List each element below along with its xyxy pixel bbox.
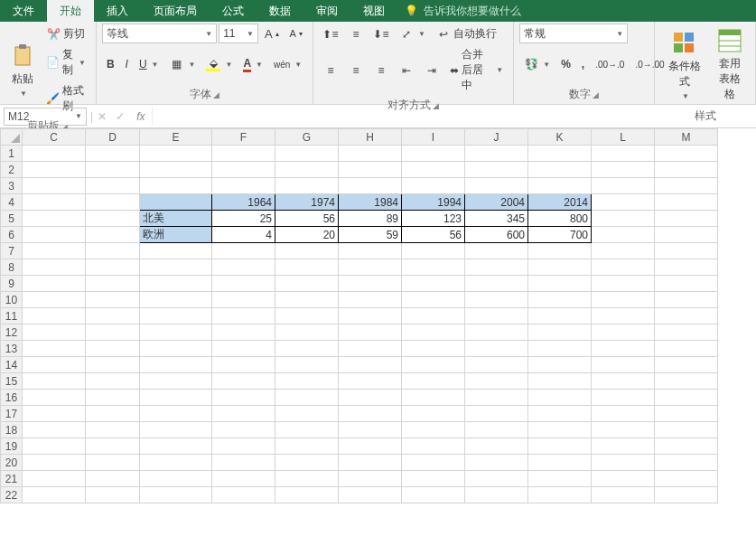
- col-header-D[interactable]: D: [86, 129, 140, 146]
- cell-D9[interactable]: [86, 276, 140, 292]
- cell-D17[interactable]: [86, 406, 140, 422]
- cell-C5[interactable]: [23, 211, 86, 227]
- cell-H17[interactable]: [339, 406, 402, 422]
- cell-I21[interactable]: [402, 471, 465, 487]
- cell-F9[interactable]: [212, 276, 275, 292]
- cell-F8[interactable]: [212, 259, 275, 276]
- tab-insert[interactable]: 插入: [94, 0, 141, 22]
- cell-D15[interactable]: [86, 373, 140, 390]
- percent-button[interactable]: %: [556, 55, 575, 73]
- cell-J20[interactable]: [465, 455, 528, 471]
- cell-E5[interactable]: 北美: [140, 211, 212, 227]
- cell-K2[interactable]: [528, 162, 592, 178]
- cell-J5[interactable]: 345: [465, 211, 528, 227]
- cell-L8[interactable]: [592, 259, 655, 276]
- cell-K16[interactable]: [528, 390, 592, 406]
- row-header-9[interactable]: 9: [1, 276, 23, 292]
- col-header-I[interactable]: I: [402, 129, 465, 146]
- row-header-14[interactable]: 14: [1, 357, 23, 373]
- cell-M4[interactable]: [655, 194, 718, 211]
- col-header-H[interactable]: H: [339, 129, 402, 146]
- comma-button[interactable]: ,: [577, 55, 589, 73]
- cell-C13[interactable]: [23, 341, 86, 357]
- grow-font-button[interactable]: A▴: [260, 24, 284, 43]
- cell-K13[interactable]: [528, 341, 592, 357]
- cell-F10[interactable]: [212, 292, 275, 308]
- cell-I12[interactable]: [402, 325, 465, 341]
- cell-G7[interactable]: [275, 243, 339, 259]
- cell-F22[interactable]: [212, 487, 275, 503]
- cell-D8[interactable]: [86, 259, 140, 276]
- cell-C9[interactable]: [23, 276, 86, 292]
- cell-D14[interactable]: [86, 357, 140, 373]
- cell-D2[interactable]: [86, 162, 140, 178]
- cell-J9[interactable]: [465, 276, 528, 292]
- cell-C20[interactable]: [23, 455, 86, 471]
- shrink-font-button[interactable]: A▾: [285, 25, 307, 42]
- cell-K15[interactable]: [528, 373, 592, 390]
- cell-M19[interactable]: [655, 438, 718, 455]
- border-button[interactable]: ▦▼: [165, 54, 201, 74]
- cell-H12[interactable]: [339, 325, 402, 341]
- cell-E6[interactable]: 欧洲: [140, 227, 212, 243]
- cell-C7[interactable]: [23, 243, 86, 259]
- cell-H21[interactable]: [339, 471, 402, 487]
- cell-J7[interactable]: [465, 243, 528, 259]
- cancel-formula-button[interactable]: ✕: [93, 108, 111, 126]
- cell-J6[interactable]: 600: [465, 227, 528, 243]
- cell-K14[interactable]: [528, 357, 592, 373]
- cell-I3[interactable]: [402, 178, 465, 194]
- tab-layout[interactable]: 页面布局: [141, 0, 210, 22]
- cell-G19[interactable]: [275, 438, 339, 455]
- cell-H7[interactable]: [339, 243, 402, 259]
- cell-H11[interactable]: [339, 308, 402, 325]
- cell-D10[interactable]: [86, 292, 140, 308]
- cell-H9[interactable]: [339, 276, 402, 292]
- cell-D16[interactable]: [86, 390, 140, 406]
- cell-G14[interactable]: [275, 357, 339, 373]
- cell-K4[interactable]: 2014: [528, 194, 592, 211]
- cell-L17[interactable]: [592, 406, 655, 422]
- cell-F1[interactable]: [212, 146, 275, 162]
- cell-J8[interactable]: [465, 259, 528, 276]
- cell-J16[interactable]: [465, 390, 528, 406]
- row-header-1[interactable]: 1: [1, 146, 23, 162]
- cell-I17[interactable]: [402, 406, 465, 422]
- cell-C12[interactable]: [23, 325, 86, 341]
- underline-button[interactable]: U▼: [135, 55, 163, 73]
- cell-E17[interactable]: [140, 406, 212, 422]
- cell-L2[interactable]: [592, 162, 655, 178]
- cell-D11[interactable]: [86, 308, 140, 325]
- cell-F18[interactable]: [212, 422, 275, 438]
- cell-F7[interactable]: [212, 243, 275, 259]
- cell-I20[interactable]: [402, 455, 465, 471]
- accept-formula-button[interactable]: ✓: [111, 108, 129, 126]
- cell-L10[interactable]: [592, 292, 655, 308]
- row-header-15[interactable]: 15: [1, 373, 23, 390]
- cell-M21[interactable]: [655, 471, 718, 487]
- cell-G5[interactable]: 56: [275, 211, 339, 227]
- cell-J15[interactable]: [465, 373, 528, 390]
- cell-E4[interactable]: [140, 194, 212, 211]
- cell-I13[interactable]: [402, 341, 465, 357]
- cell-E20[interactable]: [140, 455, 212, 471]
- cell-G6[interactable]: 20: [275, 227, 339, 243]
- cell-J13[interactable]: [465, 341, 528, 357]
- tell-me[interactable]: 💡 告诉我你想要做什么: [405, 0, 521, 22]
- cell-E11[interactable]: [140, 308, 212, 325]
- cell-F21[interactable]: [212, 471, 275, 487]
- cell-M10[interactable]: [655, 292, 718, 308]
- cell-G15[interactable]: [275, 373, 339, 390]
- cell-F2[interactable]: [212, 162, 275, 178]
- cell-C15[interactable]: [23, 373, 86, 390]
- cell-M17[interactable]: [655, 406, 718, 422]
- cell-G11[interactable]: [275, 308, 339, 325]
- cond-format-button[interactable]: 条件格式▼: [660, 26, 708, 105]
- cell-M6[interactable]: [655, 227, 718, 243]
- cell-C17[interactable]: [23, 406, 86, 422]
- cell-K21[interactable]: [528, 471, 592, 487]
- cell-F5[interactable]: 25: [212, 211, 275, 227]
- cell-I16[interactable]: [402, 390, 465, 406]
- tab-formula[interactable]: 公式: [210, 0, 257, 22]
- cell-H16[interactable]: [339, 390, 402, 406]
